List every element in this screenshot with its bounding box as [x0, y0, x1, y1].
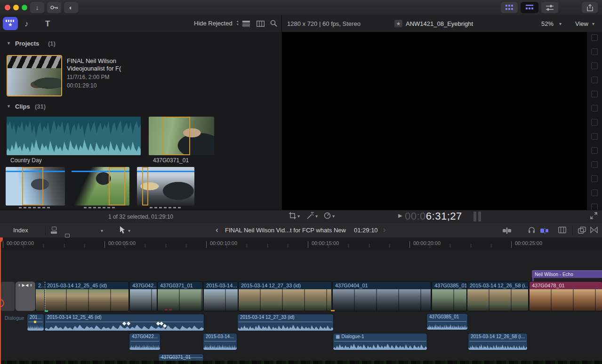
chevron-up-icon: ▴ [237, 19, 239, 23]
audio-meters[interactable] [474, 210, 485, 223]
clip-appearance-filmstrip-button[interactable] [257, 20, 265, 29]
timeline-video-clip[interactable]: 2015-03-14... [204, 282, 238, 311]
timeline-video-clip[interactable]: 437G0478_01 [530, 282, 602, 311]
timeline-video-clip[interactable]: 2015-03-14 12_25_45 (id) [45, 282, 128, 311]
video-clip-thumbnail[interactable] [149, 117, 214, 155]
waveform-light [7, 134, 141, 155]
timeline-audio-clip[interactable]: 437G0422... [129, 333, 160, 350]
tools-popup-button[interactable] [119, 226, 125, 236]
timeline-audio-clip[interactable]: 2015-03-14... [203, 333, 237, 350]
project-thumbnail[interactable] [7, 55, 62, 96]
keyword-editor-button[interactable] [47, 2, 61, 13]
minimize-window-button[interactable] [13, 5, 19, 10]
viewer-canvas[interactable] [282, 32, 587, 210]
share-button[interactable] [582, 2, 598, 13]
effects-icon [578, 227, 586, 234]
viewer-timecode: 00:06:31;27 [405, 210, 462, 222]
enhancements-button[interactable] [307, 212, 314, 221]
timeline-audio-clip[interactable]: 437G0371_01 [159, 354, 203, 361]
filter-popup[interactable]: Hide Rejected [194, 20, 233, 27]
skimming-toggle-button[interactable] [540, 227, 549, 236]
project-date: 11/7/16, 2:00 PM [67, 74, 110, 80]
video-clip-thumbnail[interactable] [137, 167, 194, 206]
timeline-audio-clip[interactable]: ▦ Dialogue-1 [333, 333, 427, 350]
timeline-audio-clip[interactable]: 2015-03-14 12_26_58 (i... [468, 333, 527, 350]
timeline-video-clip[interactable]: 2015-03-14 12_27_33 (id) [239, 282, 331, 311]
marker-tick-orange [331, 310, 335, 311]
ruler-label: 00:00:20:00 [413, 240, 441, 246]
ruler-label: 00:00:10:00 [210, 240, 237, 246]
crop-button[interactable] [289, 212, 296, 221]
audio-role-label: Dialogue [5, 315, 24, 321]
connect-edit-button[interactable] [51, 227, 57, 234]
effects-browser-button[interactable] [578, 227, 586, 236]
project-title-line1: FINAL Neil Wilson [67, 57, 116, 64]
projects-count: (1) [48, 40, 56, 47]
sidebar-titles-generators-button[interactable]: T [45, 19, 50, 29]
background-tasks-button[interactable]: ◐ [64, 2, 78, 13]
audio-meter-right [478, 212, 481, 222]
video-clip-thumbnail[interactable] [6, 167, 65, 206]
timeline-video-clip[interactable]: 2015-03-14 12_26_58 (i... [467, 282, 528, 311]
timeline-video-clip[interactable]: 2.. [36, 282, 44, 311]
viewer-edge-square [591, 91, 598, 97]
timeline-gap-clip[interactable] [1, 282, 15, 311]
timeline-history-forward-button[interactable]: › [383, 227, 386, 233]
download-icon: ↓ [36, 4, 39, 11]
timeline-video-clip[interactable]: 437G042... [130, 282, 157, 311]
browser-grid-view-button[interactable] [501, 2, 518, 13]
timeline-video-clip[interactable]: 437G0404_01 [333, 282, 431, 311]
viewer-edge-square [591, 34, 598, 41]
audio-clip-thumbnail[interactable] [7, 117, 141, 155]
viewer-edge-square [591, 63, 598, 69]
background-video-strip [0, 361, 602, 364]
clip-label-clipped [150, 207, 183, 208]
timeline-audio-clip[interactable]: 2015-03-14 12_27_33 (id) [238, 314, 333, 331]
timeline-title-clip[interactable]: Neil Wilson - Echo [532, 270, 602, 278]
zoom-window-button[interactable] [22, 5, 27, 10]
selection-range[interactable] [22, 167, 43, 206]
viewer-edge-square [591, 119, 598, 126]
selection-range[interactable] [109, 167, 125, 206]
clip-appearance-list-button[interactable] [242, 20, 250, 29]
trim-tool-button[interactable] [503, 227, 511, 236]
audio-skimming-button[interactable] [528, 226, 535, 235]
inspector-adjust-button[interactable] [541, 2, 558, 13]
marker-tick-red [165, 309, 168, 310]
timeline-index-button[interactable]: Index [13, 227, 28, 234]
video-clip-thumbnail[interactable] [72, 167, 129, 206]
timeline-video-clip[interactable]: 437G0371_01 [158, 282, 202, 311]
fullscreen-button[interactable] [590, 212, 597, 221]
sidebar-photos-audio-button[interactable]: ♪ [24, 19, 29, 29]
viewer-zoom-popup[interactable]: 52% [541, 20, 554, 27]
selection-range[interactable] [142, 167, 148, 206]
timeline-project-title[interactable]: FINAL Neil Wilson Vid...t for FCP whats … [225, 227, 346, 234]
timeline-video-clip[interactable]: 437G0385_01 [432, 282, 466, 311]
selection-range[interactable] [162, 117, 190, 155]
retime-button[interactable] [324, 212, 331, 221]
projects-disclosure-triangle[interactable]: ▼ [7, 41, 11, 46]
crop-icon [289, 212, 296, 219]
search-button[interactable] [270, 20, 277, 29]
browser-list-view-button[interactable] [521, 2, 538, 13]
timeline-ruler[interactable]: 00:00:00:00 00:00:05:00 00:00:10:00 00:0… [0, 237, 602, 250]
viewer-edge-square [591, 204, 598, 210]
toolbar-section-divider [45, 226, 46, 235]
transitions-browser-button[interactable] [590, 227, 598, 235]
timeline-project-duration: 01:29:10 [354, 227, 378, 234]
clips-count: (31) [35, 103, 46, 110]
import-media-button[interactable]: ↓ [30, 2, 44, 13]
timeline-history-back-button[interactable]: ‹ [216, 227, 218, 233]
close-window-button[interactable] [5, 5, 10, 10]
timeline-transition-clip[interactable]: ‖ ▶◀ ‖ [16, 282, 35, 311]
chevron-down-icon: ▾ [592, 21, 594, 26]
viewer-view-popup[interactable]: View [575, 20, 588, 27]
title-clip-connector [532, 277, 534, 282]
sidebar-libraries-button[interactable]: ★ [3, 17, 18, 30]
snapping-toggle-button[interactable] [558, 227, 566, 235]
timeline-audio-clip[interactable]: 437G0385_01 [427, 314, 467, 330]
clips-disclosure-triangle[interactable]: ▼ [7, 104, 11, 109]
filter-popup-chevrons[interactable]: ▴ ▾ [237, 19, 239, 26]
play-button[interactable]: ▶ [398, 213, 402, 219]
key-icon [50, 5, 58, 10]
